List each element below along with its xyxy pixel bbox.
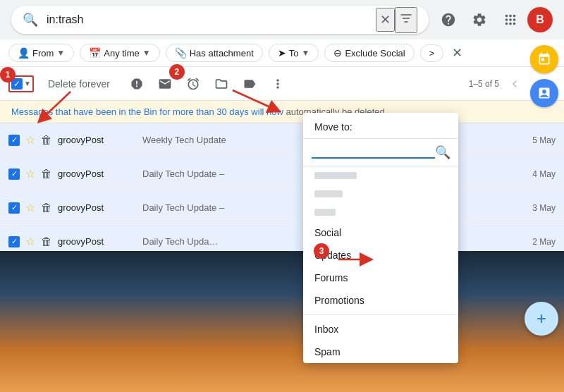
row-checkbox[interactable]: ✓ [8, 236, 20, 247]
star-icon[interactable]: ☆ [25, 167, 35, 180]
more-actions-button[interactable] [265, 71, 290, 97]
apps-button[interactable] [496, 6, 525, 34]
filter-more[interactable]: > [420, 44, 444, 62]
from-arrow: ▼ [56, 48, 65, 58]
filter-row: 👤 From ▼ 📅 Any time ▼ 📎 Has attachment ➤… [0, 39, 564, 67]
move-to-title: Move to: [303, 113, 458, 139]
minus-icon: ⊖ [333, 47, 342, 59]
help-button[interactable] [434, 6, 462, 34]
move-to-item-blurred[interactable] [303, 203, 458, 221]
trash-icon: 🗑 [41, 168, 52, 180]
email-date: 4 May [532, 169, 556, 179]
trash-icon: 🗑 [41, 235, 52, 248]
filter-from[interactable]: 👤 From ▼ [8, 44, 74, 62]
label-button[interactable] [237, 71, 262, 97]
sender-name: groovyPost [58, 135, 142, 145]
search-query: in:trash [47, 13, 376, 26]
sender-name: groovyPost [58, 202, 142, 213]
star-icon[interactable]: ☆ [25, 201, 35, 214]
move-to-button[interactable] [209, 71, 234, 97]
search-clear-button[interactable]: ✕ [376, 8, 395, 32]
filter-any-time[interactable]: 📅 Any time ▼ [80, 44, 159, 62]
search-icon: 🔍 [23, 12, 38, 27]
email-date: 3 May [532, 203, 556, 213]
warning-text: Messages that have been in the Bin for m… [11, 106, 264, 117]
tasks-side-button[interactable] [530, 79, 558, 107]
email-date: 2 May [532, 237, 556, 247]
search-input-wrap: 🔍 in:trash ✕ [11, 6, 429, 34]
person-icon: 👤 [18, 47, 30, 59]
filter-to[interactable]: ➤ To ▼ [269, 44, 319, 62]
trash-icon: 🗑 [41, 134, 52, 147]
filters-close-button[interactable]: ✕ [449, 45, 465, 61]
calendar-icon: 📅 [89, 47, 101, 59]
sender-name: groovyPost [58, 169, 142, 179]
move-to-search-area: 🔍 [303, 139, 458, 166]
select-all-checkbox[interactable]: ✓ ▼ 1 [8, 75, 34, 92]
move-to-item-inbox[interactable]: Inbox [303, 318, 458, 341]
search-bar: 🔍 in:trash ✕ B [0, 0, 564, 39]
star-icon[interactable]: ☆ [25, 235, 35, 248]
top-icons: B [434, 6, 553, 34]
move-to-item-blurred[interactable] [303, 166, 458, 185]
to-label: To [289, 48, 299, 59]
email-date: 5 May [532, 135, 556, 145]
warning-banner: Messages that have been in the Bin for m… [0, 101, 564, 123]
trash-icon: 🗑 [41, 202, 52, 214]
toolbar-row: ✓ ▼ 1 Delete forever 2 [0, 67, 564, 101]
right-panel [525, 39, 564, 113]
sender-name: groovyPost [58, 236, 142, 247]
send-icon: ➤ [278, 47, 286, 59]
email-row[interactable]: ✓ ☆ 🗑 groovyPost Daily Tech Update – 3 M… [0, 191, 564, 225]
any-time-arrow: ▼ [142, 48, 151, 58]
move-to-item-social[interactable]: Social [303, 221, 458, 244]
delete-forever-button[interactable]: Delete forever [37, 74, 121, 94]
prev-page-button[interactable] [502, 71, 527, 97]
move-to-items-list: SocialUpdatesForumsPromotionsInboxSpam [303, 166, 458, 363]
calendar-side-button[interactable] [530, 45, 558, 73]
email-count: 1–5 of 5 [469, 79, 499, 89]
star-icon[interactable]: ☆ [25, 133, 35, 147]
move-to-item-updates[interactable]: Updates [303, 244, 458, 267]
snooze-button[interactable] [180, 71, 206, 97]
exclude-social-label: Exclude Social [345, 48, 405, 59]
move-to-item-forums[interactable]: Forums [303, 267, 458, 289]
row-checkbox[interactable]: ✓ [8, 202, 20, 214]
attachment-icon: 📎 [175, 47, 187, 59]
row-checkbox[interactable]: ✓ [8, 169, 20, 180]
move-to-search-icon: 🔍 [435, 145, 450, 160]
row-checkbox[interactable]: ✓ [8, 135, 20, 146]
has-attachment-label: Has attachment [190, 48, 254, 59]
to-arrow: ▼ [301, 48, 309, 58]
any-time-label: Any time [104, 48, 140, 59]
checkbox-checked-icon: ✓ [11, 78, 23, 90]
move-to-item-spam[interactable]: Spam [303, 341, 458, 363]
report-spam-button[interactable] [124, 71, 149, 97]
add-fab-button[interactable]: + [525, 302, 558, 336]
move-to-search-input[interactable] [312, 146, 435, 159]
user-avatar[interactable]: B [527, 7, 553, 32]
more-label: > [429, 48, 435, 59]
warning-link[interactable]: now [266, 106, 283, 117]
search-filter-button[interactable] [395, 7, 417, 33]
email-row[interactable]: ✓ ☆ 🗑 groovyPost Daily Tech Update – 4 M… [0, 157, 564, 191]
move-to-dropdown: Move to: 🔍 SocialUpdatesForumsPromotions… [303, 113, 458, 363]
filter-exclude-social[interactable]: ⊖ Exclude Social [324, 44, 414, 62]
select-dropdown-arrow: ▼ [24, 80, 31, 87]
move-to-item-blurred[interactable] [303, 185, 458, 203]
from-label: From [32, 48, 54, 59]
move-to-item-promotions[interactable]: Promotions [303, 289, 458, 312]
mark-unread-button[interactable]: 2 [152, 71, 178, 97]
email-row[interactable]: ✓ ☆ 🗑 groovyPost Weekly Tech Update 5 Ma… [0, 123, 564, 157]
filter-has-attachment[interactable]: 📎 Has attachment [166, 44, 263, 62]
settings-button[interactable] [465, 6, 494, 34]
